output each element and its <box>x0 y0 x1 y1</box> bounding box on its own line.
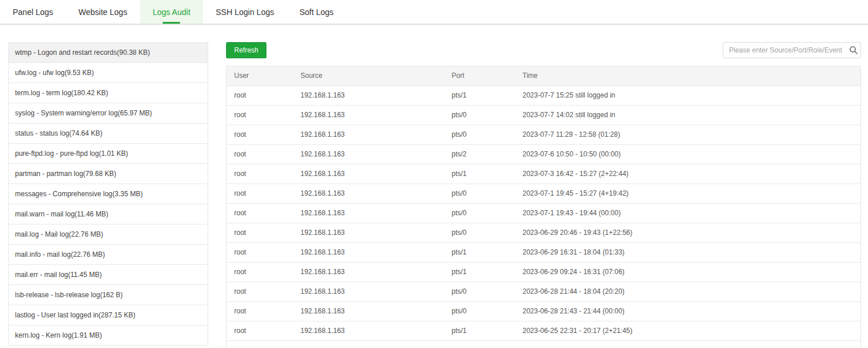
log-file-list: wtmp - Logon and restart records(90.38 K… <box>8 42 208 346</box>
table-row: root192.168.1.163pts/12023-06-29 16:31 -… <box>227 243 861 263</box>
cell-time: 2023-06-25 22:31 - 20:17 (2+21:45) <box>515 321 861 340</box>
cell-port: pts/1 <box>444 164 515 184</box>
log-file-item-mail-log[interactable]: mail.log - Mail log(22.76 MB) <box>9 224 208 245</box>
cell-time: 2023-07-1 19:43 - 19:44 (00:00) <box>515 204 861 223</box>
log-file-item-messages[interactable]: messages - Comprehensive log(3.35 MB) <box>9 184 208 204</box>
column-header-time: Time <box>515 66 861 85</box>
cell-time: 2023-07-3 16:42 - 15:27 (2+22:44) <box>515 164 861 184</box>
tab-ssh-login-logs[interactable]: SSH Login Logs <box>203 0 287 24</box>
table-row: root192.168.1.163pts/02023-06-28 21:43 -… <box>227 302 861 321</box>
cell-time: 2023-06-29 20:46 - 19:43 (1+22:56) <box>515 223 861 242</box>
search-input[interactable] <box>723 42 861 58</box>
cell-source: 192.168.1.163 <box>293 204 444 223</box>
table-row: root192.168.1.163pts/22023-07-6 10:50 - … <box>227 145 861 164</box>
log-file-item-lastlog[interactable]: lastlog - User last logged in(287.15 KB) <box>9 305 208 325</box>
table-row: root192.168.1.163pts/12023-07-3 16:42 - … <box>227 164 861 184</box>
log-file-item-ufw-log[interactable]: ufw.log - ufw log(9.53 KB) <box>9 63 208 83</box>
cell-source: 192.168.1.163 <box>293 145 444 164</box>
cell-time: 2023-07-1 19:45 - 15:27 (4+19:42) <box>515 184 861 203</box>
log-file-item-kern-log[interactable]: kern.log - Kern log(1.91 MB) <box>9 325 208 346</box>
table-header: UserSourcePortTime <box>227 66 861 86</box>
logs-audit-panel: Refresh UserSourcePortTime root192.168.1… <box>226 42 861 347</box>
cell-user: root <box>227 302 293 321</box>
cell-user: root <box>227 86 293 105</box>
cell-source: 192.168.1.163 <box>293 223 444 242</box>
cell-source: 192.168.1.163 <box>293 106 444 125</box>
refresh-button[interactable]: Refresh <box>226 42 266 58</box>
cell-port: pts/0 <box>444 204 515 223</box>
table-body: root192.168.1.163pts/12023-07-7 15:25 st… <box>227 86 861 341</box>
log-file-item-term-log[interactable]: term.log - term log(180.42 KB) <box>9 83 208 103</box>
cell-port: pts/0 <box>444 282 515 301</box>
cell-port: pts/0 <box>444 223 515 242</box>
table-row: root192.168.1.163pts/12023-07-7 15:25 st… <box>227 86 861 106</box>
log-file-item-partman[interactable]: partman - partman log(79.68 KB) <box>9 164 208 184</box>
table-row: root192.168.1.163pts/12023-06-29 09:24 -… <box>227 263 861 282</box>
cell-source: 192.168.1.163 <box>293 184 444 203</box>
cell-user: root <box>227 164 293 184</box>
cell-port: pts/0 <box>444 125 515 144</box>
table-row: root192.168.1.163pts/12023-06-25 22:31 -… <box>227 321 861 341</box>
search-box <box>723 42 861 58</box>
cell-port: pts/0 <box>444 184 515 203</box>
cell-user: root <box>227 125 293 144</box>
tab-logs-audit[interactable]: Logs Audit <box>140 0 203 24</box>
cell-time: 2023-06-29 16:31 - 18:04 (01:33) <box>515 243 861 262</box>
log-file-item-mail-warn[interactable]: mail.warn - mail log(11.46 MB) <box>9 204 208 224</box>
log-file-item-mail-info[interactable]: mail.info - mail log(22.76 MB) <box>9 245 208 265</box>
cell-port: pts/1 <box>444 321 515 340</box>
table-row: root192.168.1.163pts/02023-06-28 21:44 -… <box>227 282 861 302</box>
tab-panel-logs[interactable]: Panel Logs <box>0 0 66 24</box>
cell-user: root <box>227 145 293 164</box>
toolbar: Refresh <box>226 42 861 58</box>
table-row: root192.168.1.163pts/02023-06-29 20:46 -… <box>227 223 861 243</box>
cell-port: pts/1 <box>444 263 515 282</box>
cell-port: pts/1 <box>444 86 515 105</box>
cell-user: root <box>227 204 293 223</box>
cell-source: 192.168.1.163 <box>293 243 444 262</box>
cell-user: root <box>227 282 293 301</box>
log-file-item-status[interactable]: status - status log(74.64 KB) <box>9 124 208 144</box>
log-file-item-syslog[interactable]: syslog - System warning/error log(65.97 … <box>9 103 208 124</box>
log-file-item-mail-err[interactable]: mail.err - mail log(11.45 MB) <box>9 265 208 285</box>
table-row: root192.168.1.163pts/02023-07-1 19:45 - … <box>227 184 861 204</box>
cell-source: 192.168.1.163 <box>293 282 444 301</box>
cell-time: 2023-06-29 09:24 - 16:31 (07:06) <box>515 263 861 282</box>
table-row-partial <box>227 341 861 347</box>
cell-time: 2023-07-7 11:29 - 12:58 (01:28) <box>515 125 861 144</box>
cell-time: 2023-07-6 10:50 - 10:50 (00:00) <box>515 145 861 164</box>
cell-user: root <box>227 321 293 340</box>
cell-port: pts/0 <box>444 302 515 321</box>
cell-user: root <box>227 243 293 262</box>
cell-source: 192.168.1.163 <box>293 302 444 321</box>
log-file-item-wtmp[interactable]: wtmp - Logon and restart records(90.38 K… <box>9 43 208 63</box>
login-records-table: UserSourcePortTime root192.168.1.163pts/… <box>226 66 861 347</box>
column-header-source: Source <box>293 66 444 85</box>
log-file-item-lsb-release[interactable]: lsb-release - lsb-release log(162 B) <box>9 285 208 305</box>
tab-soft-logs[interactable]: Soft Logs <box>287 0 346 24</box>
log-file-item-pure-ftpd-log[interactable]: pure-ftpd.log - pure-ftpd log(1.01 KB) <box>9 144 208 164</box>
cell-port: pts/1 <box>444 243 515 262</box>
cell-time: 2023-06-28 21:44 - 18:04 (20:20) <box>515 282 861 301</box>
tab-website-logs[interactable]: Website Logs <box>66 0 140 24</box>
cell-source: 192.168.1.163 <box>293 321 444 340</box>
column-header-user: User <box>227 66 293 85</box>
cell-user: root <box>227 106 293 125</box>
table-row: root192.168.1.163pts/02023-07-7 11:29 - … <box>227 125 861 145</box>
search-icon[interactable] <box>849 46 858 55</box>
cell-time: 2023-07-7 14:02 still logged in <box>515 106 861 125</box>
cell-port: pts/2 <box>444 145 515 164</box>
cell-time: 2023-07-7 15:25 still logged in <box>515 86 861 105</box>
cell-source: 192.168.1.163 <box>293 86 444 105</box>
table-row: root192.168.1.163pts/02023-07-7 14:02 st… <box>227 106 861 125</box>
cell-source: 192.168.1.163 <box>293 263 444 282</box>
cell-user: root <box>227 263 293 282</box>
cell-user: root <box>227 223 293 242</box>
cell-source: 192.168.1.163 <box>293 164 444 184</box>
cell-user: root <box>227 184 293 203</box>
table-row: root192.168.1.163pts/02023-07-1 19:43 - … <box>227 204 861 223</box>
cell-time: 2023-06-28 21:43 - 21:44 (00:00) <box>515 302 861 321</box>
cell-source: 192.168.1.163 <box>293 125 444 144</box>
cell-port: pts/0 <box>444 106 515 125</box>
column-header-port: Port <box>444 66 515 85</box>
